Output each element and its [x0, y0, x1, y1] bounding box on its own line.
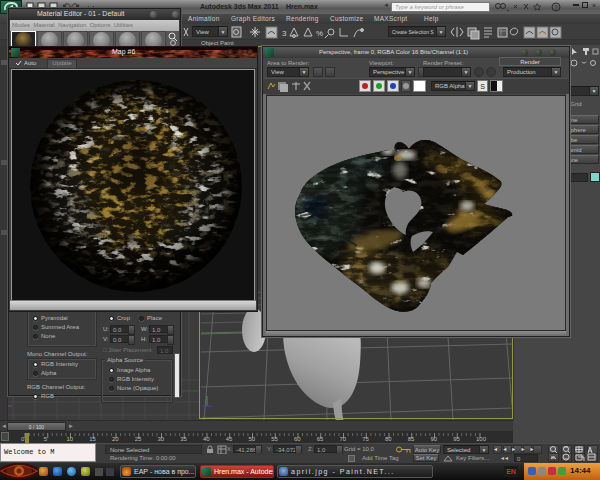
svg-text:?: ? [554, 4, 558, 11]
svg-text:%: % [316, 29, 323, 38]
svg-text:3: 3 [282, 29, 287, 38]
